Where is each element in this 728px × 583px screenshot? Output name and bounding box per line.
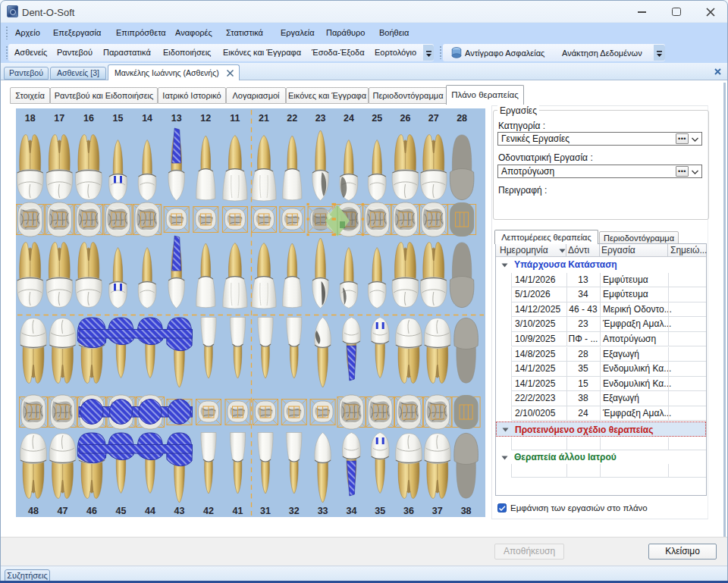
svg-text:16: 16	[83, 113, 94, 124]
svg-text:13: 13	[171, 113, 182, 124]
svg-text:14: 14	[142, 113, 152, 124]
svg-text:11: 11	[230, 113, 240, 124]
svg-text:28: 28	[457, 113, 467, 124]
svg-text:42: 42	[203, 506, 214, 516]
svg-text:36: 36	[403, 506, 414, 516]
svg-text:38: 38	[461, 506, 472, 516]
svg-text:32: 32	[289, 506, 300, 516]
svg-text:47: 47	[58, 506, 68, 516]
svg-text:17: 17	[54, 113, 64, 124]
svg-text:26: 26	[400, 113, 411, 124]
svg-text:12: 12	[200, 113, 211, 124]
svg-text:35: 35	[375, 506, 385, 516]
svg-text:21: 21	[259, 113, 269, 124]
svg-text:22: 22	[287, 113, 297, 124]
svg-text:15: 15	[113, 113, 124, 124]
svg-text:34: 34	[346, 506, 356, 516]
svg-text:44: 44	[145, 506, 155, 516]
svg-text:25: 25	[372, 113, 382, 124]
svg-text:18: 18	[25, 113, 36, 124]
svg-text:37: 37	[432, 506, 443, 516]
svg-text:27: 27	[428, 113, 439, 124]
svg-text:41: 41	[233, 506, 243, 516]
svg-text:24: 24	[344, 113, 354, 124]
svg-text:48: 48	[28, 506, 39, 516]
svg-text:43: 43	[174, 506, 185, 516]
svg-text:46: 46	[86, 506, 97, 516]
svg-text:45: 45	[116, 506, 127, 516]
svg-text:31: 31	[260, 506, 271, 516]
svg-text:23: 23	[315, 113, 326, 124]
svg-text:33: 33	[318, 506, 328, 516]
